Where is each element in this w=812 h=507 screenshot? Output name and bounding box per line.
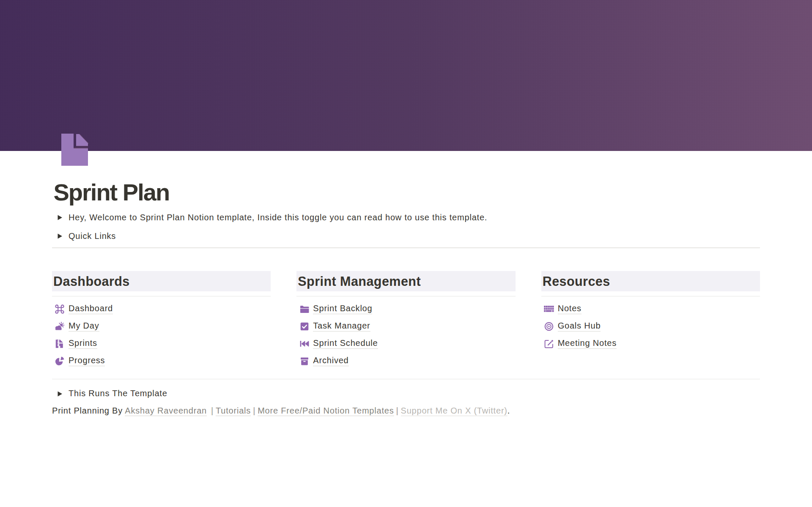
page-link-label: Sprints	[69, 338, 97, 349]
toggle-runs-template[interactable]: This Runs The Template	[69, 389, 167, 398]
footer-prefix: Print Planning By	[52, 406, 125, 415]
page-link-sprints[interactable]: Sprints	[52, 335, 271, 352]
footer-separator: |	[396, 406, 399, 415]
page-link-goals-hub[interactable]: Goals Hub	[541, 318, 760, 335]
sun-behind-cloud-icon	[55, 321, 65, 332]
page-link-label: Dashboard	[69, 304, 113, 314]
skip-backward-icon	[299, 339, 310, 349]
page-link-label: Notes	[558, 304, 582, 314]
command-icon	[55, 304, 65, 314]
toggle-triangle-icon[interactable]	[57, 215, 63, 220]
column-sprint-management: Sprint Management Sprint Backlog Task Ma…	[296, 271, 515, 370]
page-link-label: Meeting Notes	[558, 338, 617, 349]
toggle-welcome-label: Hey, Welcome to Sprint Plan Notion templ…	[69, 213, 487, 222]
page-link-meeting-notes[interactable]: Meeting Notes	[541, 335, 760, 352]
footer-separator: |	[211, 406, 214, 415]
footer-separator: |	[253, 406, 255, 415]
footer-suffix: .	[508, 406, 510, 415]
toggle-welcome[interactable]: Hey, Welcome to Sprint Plan Notion templ…	[69, 213, 487, 222]
document-zipper-icon	[55, 339, 65, 349]
folder-icon	[299, 304, 310, 314]
footer-credits: Print Planning By Akshay Raveendran|Tuto…	[52, 406, 510, 415]
footer-link-author[interactable]: Akshay Raveendran	[125, 406, 207, 416]
page-title: Sprint Plan	[54, 181, 170, 204]
page-link-label: Sprint Backlog	[313, 304, 372, 314]
edit-square-icon	[544, 339, 554, 349]
toggle-triangle-icon[interactable]	[57, 391, 63, 397]
column-heading-resources: Resources	[541, 271, 760, 291]
column-heading-dashboards: Dashboards	[52, 271, 271, 291]
archive-box-icon	[299, 356, 310, 366]
page-link-label: Archived	[313, 356, 348, 366]
column-dashboards: Dashboards Dashboard My Day Sprints Prog…	[52, 271, 271, 370]
link-list: Notes Goals Hub Meeting Notes	[541, 300, 760, 352]
divider	[541, 296, 760, 296]
divider	[52, 296, 271, 296]
toggle-quick-links[interactable]: Quick Links	[69, 232, 116, 241]
page-link-label: My Day	[69, 321, 99, 332]
checked-checkbox-icon	[299, 321, 310, 332]
cover-image	[0, 0, 812, 151]
pie-chart-icon	[55, 356, 65, 366]
column-heading-sprint-management: Sprint Management	[296, 271, 515, 291]
page-link-label: Progress	[69, 356, 105, 366]
toggle-quick-links-label: Quick Links	[69, 231, 116, 241]
target-icon	[544, 321, 554, 332]
footer-link-templates[interactable]: More Free/Paid Notion Templates	[258, 406, 394, 416]
column-resources: Resources Notes Goals Hub Meeting Notes	[541, 271, 760, 370]
divider	[52, 379, 760, 379]
link-list: Sprint Backlog Task Manager Sprint Sched…	[296, 300, 515, 370]
link-columns: Dashboards Dashboard My Day Sprints Prog…	[52, 271, 760, 370]
page-icon[interactable]	[61, 134, 88, 166]
page-link-my-day[interactable]: My Day	[52, 318, 271, 335]
page-link-notes[interactable]: Notes	[541, 300, 760, 318]
footer-link-tutorials[interactable]: Tutorials	[216, 406, 251, 416]
page-link-task-manager[interactable]: Task Manager	[296, 318, 515, 335]
keyboard-icon	[544, 304, 554, 314]
toggle-runs-template-label: This Runs The Template	[69, 389, 167, 398]
page-link-label: Goals Hub	[558, 321, 601, 332]
divider	[52, 247, 760, 248]
divider	[296, 296, 515, 296]
page-link-archived[interactable]: Archived	[296, 352, 515, 370]
page-link-progress[interactable]: Progress	[52, 352, 271, 370]
footer-link-support[interactable]: Support Me On X (Twitter)	[401, 406, 508, 416]
toggle-triangle-icon[interactable]	[57, 233, 63, 239]
link-list: Dashboard My Day Sprints Progress	[52, 300, 271, 370]
page-link-label: Sprint Schedule	[313, 338, 378, 349]
page-link-label: Task Manager	[313, 321, 370, 332]
page-link-sprint-backlog[interactable]: Sprint Backlog	[296, 300, 515, 318]
page-link-sprint-schedule[interactable]: Sprint Schedule	[296, 335, 515, 352]
page-link-dashboard[interactable]: Dashboard	[52, 300, 271, 318]
